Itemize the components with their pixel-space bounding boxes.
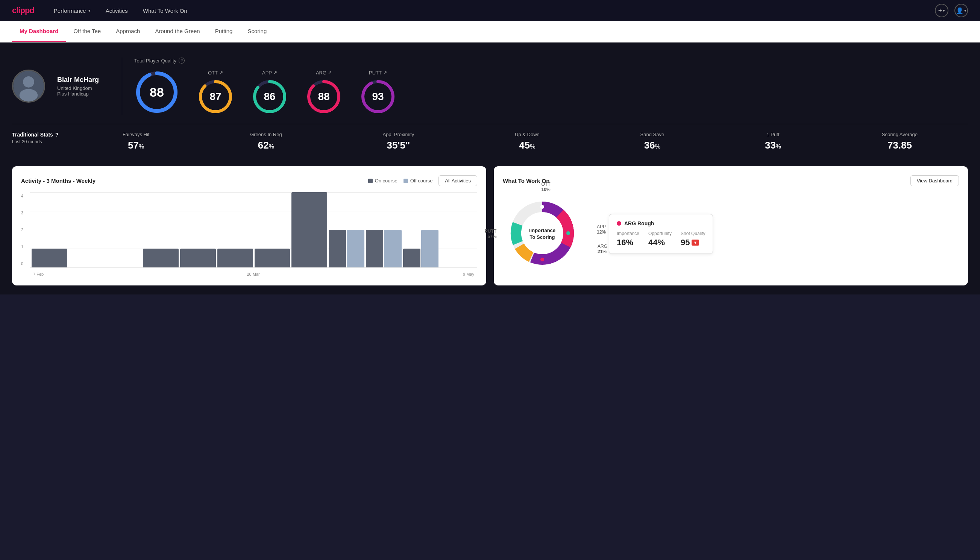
tabs-bar: My Dashboard Off the Tee Approach Around… — [0, 21, 980, 42]
stat-fairways-hit: Fairways Hit 57% — [123, 132, 150, 151]
bar-group — [32, 248, 67, 267]
traditional-stats-section: Traditional Stats ? Last 20 rounds Fairw… — [12, 124, 968, 159]
user-menu-button[interactable]: 👤 ▾ — [954, 4, 968, 17]
app-donut-label: APP12% — [597, 224, 606, 235]
detail-dot — [617, 221, 621, 226]
arg-arrow-icon: ↗ — [328, 70, 332, 75]
off-course-bar — [347, 230, 364, 267]
off-course-bar — [421, 230, 438, 267]
tab-around-the-green[interactable]: Around the Green — [147, 21, 207, 42]
ott-arrow-icon: ↗ — [219, 70, 223, 75]
main-score-value: 88 — [150, 85, 164, 100]
player-country: United Kingdom — [57, 85, 110, 91]
player-name: Blair McHarg — [57, 76, 110, 84]
arg-score-value: 88 — [318, 91, 329, 103]
on-course-bar — [255, 248, 290, 267]
detail-importance: Importance 16% — [617, 231, 639, 247]
logo[interactable]: clippd — [12, 6, 34, 15]
player-divider — [122, 58, 122, 115]
ott-score-circle: OTT ↗ 87 — [198, 70, 233, 115]
svg-point-23 — [541, 205, 544, 209]
work-on-card: What To Work On View Dashboard — [494, 166, 968, 285]
bar-group — [366, 230, 402, 267]
y-axis: 0 1 2 3 4 — [21, 192, 23, 267]
tab-my-dashboard[interactable]: My Dashboard — [12, 21, 66, 42]
donut-center: ImportanceTo Scoring — [529, 227, 556, 241]
bar-group — [217, 248, 253, 267]
stat-1-putt: 1 Putt 33% — [765, 132, 781, 151]
scores-row: 88 OTT ↗ 87 — [134, 70, 968, 115]
all-activities-button[interactable]: All Activities — [438, 175, 477, 186]
nav-performance[interactable]: Performance ▾ — [52, 8, 92, 14]
tab-scoring[interactable]: Scoring — [240, 21, 274, 42]
app-score-value: 86 — [264, 91, 275, 103]
stats-label-col: Traditional Stats ? Last 20 rounds — [12, 132, 72, 144]
off-course-dot — [404, 178, 408, 183]
legend-off-course: Off course — [404, 178, 433, 183]
shot-quality-badge: ▼ — [692, 240, 699, 246]
bar-group — [255, 248, 290, 267]
bars — [30, 192, 477, 267]
on-course-bar — [403, 248, 421, 267]
view-dashboard-button[interactable]: View Dashboard — [910, 175, 959, 186]
performance-dropdown-icon: ▾ — [88, 8, 91, 13]
donut-wrap: ImportanceTo Scoring PUTT57% OTT10% APP1… — [503, 194, 582, 274]
activity-chart-card: Activity - 3 Months - Weekly On course O… — [12, 166, 486, 285]
stat-up-down: Up & Down 45% — [515, 132, 540, 151]
detail-shot-quality: Shot Quality 95 ▼ — [681, 231, 705, 247]
svg-point-24 — [566, 231, 570, 235]
chart-legend: On course Off course — [368, 178, 433, 183]
app-arrow-icon: ↗ — [273, 70, 277, 75]
off-course-bar — [384, 230, 401, 267]
tab-putting[interactable]: Putting — [208, 21, 240, 42]
bar-group — [329, 230, 364, 267]
bar-group — [69, 267, 105, 267]
bar-group — [440, 267, 476, 267]
stats-subtitle: Last 20 rounds — [12, 139, 72, 144]
putt-score-value: 93 — [372, 91, 384, 103]
donut-section: ImportanceTo Scoring PUTT57% OTT10% APP1… — [503, 194, 959, 274]
nav-what-to-work-on[interactable]: What To Work On — [141, 8, 189, 14]
bar-group — [180, 248, 216, 267]
bar-group — [403, 230, 439, 267]
bar-chart-area: 0 1 2 3 4 — [21, 192, 477, 277]
top-nav: clippd Performance ▾ Activities What To … — [0, 0, 980, 21]
detail-metrics: Importance 16% Opportunity 44% Shot Qual… — [617, 231, 705, 247]
tpq-help-icon[interactable]: ? — [179, 58, 185, 63]
on-course-bar — [329, 230, 346, 267]
stats-grid: Fairways Hit 57% Greens In Reg 62% App. … — [72, 132, 968, 151]
main-content: Blair McHarg United Kingdom Plus Handica… — [0, 42, 980, 295]
putt-donut-label: PUTT57% — [485, 229, 496, 239]
add-dropdown-icon: ▾ — [943, 8, 945, 13]
stat-greens-in-reg: Greens In Reg 62% — [250, 132, 282, 151]
arg-score-circle: ARG ↗ 88 — [306, 70, 342, 115]
putt-label: PUTT ↗ — [369, 70, 387, 76]
svg-point-2 — [20, 89, 38, 102]
user-icon: 👤 — [956, 7, 963, 14]
chart-bars-container — [30, 192, 477, 267]
on-course-bar — [291, 192, 327, 267]
ott-donut-label: OTT10% — [542, 182, 551, 192]
work-on-header: What To Work On View Dashboard — [503, 175, 959, 186]
avatar — [12, 70, 45, 103]
bottom-section: Activity - 3 Months - Weekly On course O… — [12, 166, 968, 285]
nav-right: + ▾ 👤 ▾ — [935, 4, 968, 17]
bar-group — [291, 192, 327, 267]
tpq-label: Total Player Quality ? — [134, 58, 968, 63]
stats-title: Traditional Stats ? — [12, 132, 72, 138]
tab-approach[interactable]: Approach — [108, 21, 147, 42]
activity-chart-title: Activity - 3 Months - Weekly — [21, 178, 95, 184]
nav-activities[interactable]: Activities — [104, 8, 129, 14]
app-label: APP ↗ — [262, 70, 277, 76]
tpq-section: Total Player Quality ? 88 — [134, 58, 968, 115]
arg-donut-label: ARG21% — [597, 244, 607, 254]
putt-score-circle: PUTT ↗ 93 — [360, 70, 396, 115]
bar-group — [106, 267, 142, 267]
add-button[interactable]: + ▾ — [935, 4, 948, 17]
stats-help-icon[interactable]: ? — [55, 132, 59, 138]
tab-off-the-tee[interactable]: Off the Tee — [66, 21, 108, 42]
x-axis: 7 Feb 28 Mar 9 May — [30, 270, 477, 277]
on-course-bar — [217, 248, 253, 267]
legend-on-course: On course — [368, 178, 398, 183]
on-course-bar — [366, 230, 383, 267]
